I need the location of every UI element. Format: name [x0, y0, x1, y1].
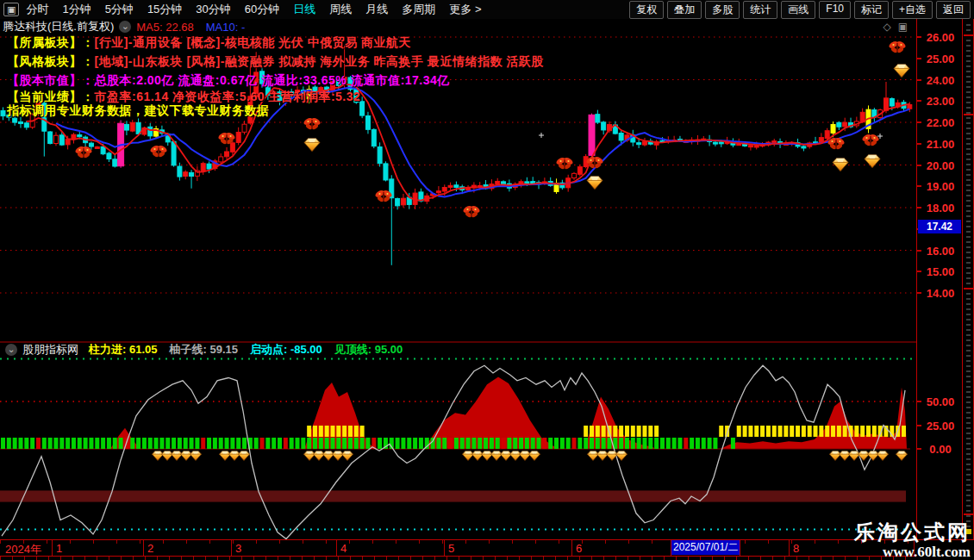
diamond-gem-icon — [858, 451, 870, 461]
price-tick-26.00: 26.00 — [917, 31, 964, 44]
price-tick-24.00: 24.00 — [917, 74, 964, 87]
diamond-gem-icon — [607, 451, 618, 461]
diamond-gem-icon — [220, 451, 231, 461]
indicator-value-1: 柱力进: 61.05 — [89, 343, 157, 356]
stock-title: 腾达科技(日线.前复权) — [3, 19, 114, 34]
indicator-header: ⌄ 股朋指标网 柱力进: 61.05柚子线: 59.15启动点: -85.00见… — [0, 343, 914, 357]
info-line-3: 【股本市值】：总股本:2.00亿 流通盘:0.67亿 流通比:33.65% 流通… — [7, 73, 450, 89]
period-tab-5[interactable]: 30分钟 — [196, 2, 230, 17]
info-line-1: 【所属板块】：[行业]-通用设备 [概念]-核电核能 光伏 中俄贸易 商业航天 — [7, 35, 411, 51]
price-tick-15.00: 15.00 — [917, 265, 964, 278]
diamond-gem-icon — [342, 451, 353, 461]
diamond-gem-icon — [501, 451, 512, 461]
time-axis: 2024年1234562025/07/01/二8 — [0, 539, 974, 560]
time-tick-5: 4 — [340, 542, 347, 555]
period-tab-10[interactable]: 多周期 — [402, 2, 435, 17]
indicator-value-2: 柚子线: 59.15 — [169, 343, 237, 356]
period-tab-9[interactable]: 月线 — [365, 2, 388, 17]
time-tick-3: 2 — [147, 542, 153, 555]
ma10-value: MA10: - — [206, 21, 246, 34]
diamond-gem-icon — [877, 451, 889, 461]
indicator-value-4: 见顶线: 95.00 — [334, 343, 403, 356]
indicator-chevron-icon[interactable]: ⌄ — [5, 344, 17, 356]
diamond-gem-icon — [840, 451, 851, 461]
right-edge-strip — [964, 19, 974, 539]
period-tab-6[interactable]: 60分钟 — [245, 2, 279, 17]
diamond-gem-icon — [323, 451, 334, 461]
price-tick-25.00: 25.00 — [917, 53, 964, 65]
diamond-gem-icon — [588, 451, 599, 461]
butterfly-icon — [74, 145, 93, 159]
butterfly-icon — [149, 144, 168, 158]
period-tab-11[interactable]: 更多 > — [449, 2, 481, 17]
diamond-gem-icon — [463, 451, 474, 461]
period-tab-8[interactable]: 周线 — [329, 2, 352, 17]
diamond-gem-icon — [865, 155, 880, 168]
diamond-gem-icon — [868, 451, 879, 461]
price-tick-23.00: 23.00 — [917, 95, 964, 108]
clipped-sidebar-text — [966, 24, 971, 532]
period-tab-4[interactable]: 15分钟 — [147, 2, 182, 17]
current-date-badge: 2025/07/01/二 — [671, 540, 740, 555]
watermark: 乐淘公式网 www.60lt.com — [854, 521, 971, 560]
diamond-outline-icon[interactable]: ◇ — [883, 21, 890, 33]
indicator-name: 股朋指标网 — [22, 342, 78, 358]
toolbar-button-2[interactable]: 叠加 — [667, 1, 702, 19]
time-tick-6: 5 — [448, 542, 454, 555]
toolbar-button-6[interactable]: F10 — [819, 1, 851, 19]
period-tab-1[interactable]: 分时 — [26, 2, 48, 17]
window-icon[interactable]: ▣ — [3, 3, 19, 16]
indicator-white-line — [2, 365, 905, 538]
title-bar: 腾达科技(日线.前复权) ⌄ MA5: 22.68 MA10: - ◇ ▣ — [0, 19, 916, 34]
diamond-gem-icon — [172, 451, 183, 461]
ma5-value: MA5: 22.68 — [136, 21, 194, 34]
period-tab-7[interactable]: 日线 — [293, 2, 315, 17]
diamond-gem-icon — [239, 451, 250, 461]
diamond-gem-icon — [896, 451, 908, 461]
price-tick-19.00: 19.00 — [917, 180, 964, 193]
period-tab-3[interactable]: 5分钟 — [105, 2, 134, 17]
app-window: ▣ 分时1分钟5分钟15分钟30分钟60分钟日线周线月线多周期更多 > 复权叠加… — [0, 0, 974, 560]
toolbar-button-7[interactable]: 标记 — [854, 1, 889, 19]
time-tick-9: 8 — [793, 542, 799, 555]
indicator-tick-25: 25.00 — [917, 420, 964, 432]
diamond-gem-icon — [510, 451, 521, 461]
diamond-gem-icon — [491, 451, 503, 461]
info-line-5: 指标调用专业财务数据，建议下载专业财务数据 — [7, 103, 270, 119]
diamond-gem-icon — [529, 451, 540, 461]
indicator-tick-0: 0.00 — [917, 443, 964, 456]
time-tick-4: 3 — [235, 542, 241, 555]
diamond-gem-icon — [472, 451, 484, 461]
toolbar-button-5[interactable]: 画线 — [781, 1, 815, 19]
butterfly-icon — [861, 133, 880, 146]
diamond-gem-icon — [833, 159, 848, 171]
watermark-url: www.60lt.com — [854, 544, 971, 560]
window-restore-icon[interactable]: ▣ — [898, 21, 908, 33]
diamond-gem-icon — [894, 65, 909, 78]
indicator-tick-50: 50.00 — [917, 395, 964, 408]
watermark-site-name: 乐淘公式网 — [854, 521, 971, 544]
toolbar-button-8[interactable]: +自选 — [892, 1, 933, 19]
diamond-gem-icon — [597, 451, 609, 461]
period-tabs: 分时1分钟5分钟15分钟30分钟60分钟日线周线月线多周期更多 > — [26, 2, 481, 17]
price-tick-14.00: 14.00 — [917, 287, 964, 300]
toolbar-button-4[interactable]: 统计 — [743, 1, 777, 19]
diamond-gem-icon — [229, 451, 240, 461]
diamond-gem-icon — [190, 451, 202, 461]
diamond-gem-icon — [153, 451, 164, 461]
toolbar-button-1[interactable]: 复权 — [629, 1, 664, 19]
price-tick-22.00: 22.00 — [917, 116, 964, 129]
indicator-value-3: 启动点: -85.00 — [250, 343, 322, 356]
price-tick-20.00: 20.00 — [917, 159, 964, 172]
toolbar-button-9[interactable]: 返回 — [936, 1, 971, 19]
period-tab-2[interactable]: 1分钟 — [62, 2, 91, 17]
diamond-gem-icon — [162, 451, 173, 461]
toolbar-button-3[interactable]: 多股 — [705, 1, 740, 19]
diamond-gem-icon — [304, 451, 315, 461]
chevron-down-icon[interactable]: ⌄ — [119, 21, 131, 33]
diamond-gem-icon — [181, 451, 192, 461]
butterfly-icon — [303, 116, 322, 130]
info-line-2: 【风格板块】：[地域]-山东板块 [风格]-融资融券 拟减持 海外业务 昨高换手… — [7, 54, 544, 70]
top-toolbar: ▣ 分时1分钟5分钟15分钟30分钟60分钟日线周线月线多周期更多 > 复权叠加… — [0, 0, 974, 19]
indicator-values: 柱力进: 61.05柚子线: 59.15启动点: -85.00见顶线: 95.0… — [89, 342, 415, 358]
